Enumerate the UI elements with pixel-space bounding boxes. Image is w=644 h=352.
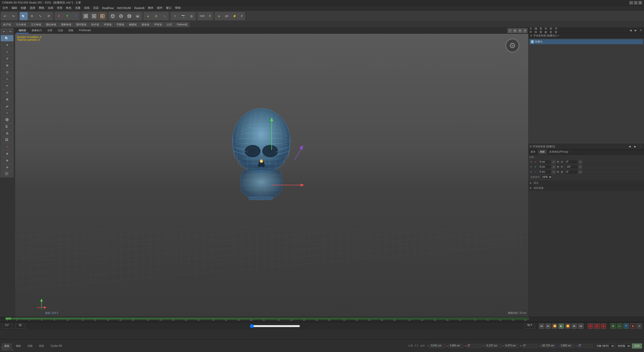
tool-poly-pen[interactable]: ✏ (1, 82, 14, 89)
move-tool-button[interactable]: ✛ (28, 12, 36, 20)
attr-next-btn[interactable]: ▶ (633, 144, 637, 149)
tool-x[interactable]: ✕ (1, 144, 14, 150)
menu-file[interactable]: 文件 (1, 6, 10, 10)
frame-number-btn[interactable]: 0 (207, 12, 213, 20)
minimize-button[interactable]: — (629, 1, 633, 5)
current-frame-input[interactable]: 0 F (2, 324, 12, 329)
sub-shade-domain[interactable]: 着色域 (139, 22, 151, 27)
rot-h-input[interactable]: 0° (467, 344, 482, 348)
menu-edit[interactable]: 编辑 (10, 6, 19, 10)
apply-button[interactable]: 应用 (632, 343, 642, 348)
tool-snap[interactable] (1, 116, 14, 123)
sub-collision-domain[interactable]: 碰撞域 (127, 22, 139, 27)
attr-py-btn[interactable]: ⊙ (552, 165, 556, 169)
tool-move[interactable] (1, 35, 14, 41)
maximize-button[interactable]: □ (634, 1, 637, 5)
render-settings-button[interactable] (82, 12, 90, 20)
sub-force-cube[interactable]: 力方体域 (14, 22, 28, 27)
attr-rp-input[interactable]: -10° (565, 165, 578, 169)
material-button[interactable]: ◎ (187, 12, 195, 20)
menu-window[interactable]: 窗口 (165, 6, 173, 10)
tool-redo-small[interactable]: ↪ (7, 28, 13, 35)
transport-step-fwd[interactable]: ⏩ (565, 323, 571, 329)
sub-torus-domain[interactable]: 圆环面域 (74, 22, 89, 27)
timeline-track-bar[interactable] (6, 318, 529, 320)
transport-step-back[interactable]: ⏪ (552, 323, 557, 329)
vp-tab-editor[interactable]: 编辑器 (16, 28, 29, 33)
close-button[interactable]: ✕ (638, 1, 642, 5)
ir-btn[interactable]: Ir (239, 12, 245, 20)
vp-ctrl-close[interactable]: ✕ (523, 28, 527, 33)
scale-tool-button[interactable]: ⤡ (36, 12, 44, 20)
undo-button[interactable]: ↩ (1, 12, 9, 20)
sub-particle-domain[interactable]: 粒子域 (1, 22, 13, 27)
sub-cube-domain[interactable]: 立方体域 (29, 22, 43, 27)
tool-grid[interactable]: ⊞ (1, 130, 14, 137)
size-x-input[interactable]: 4.585 cm (448, 344, 463, 348)
attr-more-btn[interactable]: ⋮ (638, 144, 643, 149)
attr-px-btn[interactable]: ⊙ (552, 160, 556, 164)
tool-array[interactable] (1, 137, 14, 143)
transport-next-key[interactable]: ⏮ (578, 323, 584, 329)
viewport-orientation-gizmo[interactable]: Y (506, 39, 521, 54)
menu-render[interactable]: 渲染 (92, 6, 100, 10)
rot-p-input[interactable]: 0° (522, 344, 537, 348)
vp-tab-prorender[interactable]: ProRender (76, 28, 94, 33)
transport-goto-end[interactable]: ⏭ (572, 323, 577, 329)
bottom-obj-select[interactable]: 对象 (绝对) 世界 (595, 344, 615, 348)
menu-deform[interactable]: 变形 (55, 6, 64, 10)
attr-rp-btn[interactable]: ⊙ (578, 165, 582, 169)
timeline-scrubber[interactable] (250, 324, 300, 328)
sub-formula[interactable]: 公式 (165, 22, 174, 27)
light-button[interactable]: ☀ (171, 12, 179, 20)
vp-ctrl-layout[interactable]: ⊞ (513, 28, 517, 33)
menu-insydium[interactable]: INSYDIUM (116, 6, 132, 10)
transport-goto-start[interactable]: ⏮ (539, 323, 544, 329)
vp-tab-panel[interactable]: 面板 (66, 28, 76, 33)
mat-tab-cycles[interactable]: Cycles 4D (48, 344, 64, 348)
cube-button[interactable] (109, 12, 117, 20)
tool-live-sel[interactable]: ⊡ (1, 69, 14, 75)
menu-help[interactable]: 帮助 (174, 6, 182, 10)
ffbox-button[interactable]: ⊞ (152, 12, 160, 20)
tool-undo-small[interactable]: ↩ (1, 28, 7, 35)
mat-tab-func[interactable]: 功能 (25, 343, 35, 348)
menu-mograph[interactable]: 克隆 (73, 6, 82, 10)
vp-tab-filter[interactable]: 过滤 (55, 28, 65, 33)
plane-button[interactable] (134, 12, 142, 20)
coord-x-input[interactable]: -0.041 cm (429, 344, 445, 348)
render-button[interactable] (98, 12, 106, 20)
deformer-button[interactable]: ◈ (144, 12, 152, 20)
z-axis-button[interactable]: Z (71, 12, 79, 20)
vp-ctrl-settings[interactable]: ⚙ (518, 28, 522, 33)
rp-bookmark-menu[interactable]: 书签 (555, 28, 559, 33)
attr-prev-btn[interactable]: ◀ (627, 144, 632, 149)
attr-coord-mode-select[interactable]: HPB XYZ (541, 175, 552, 179)
record-btn-red2[interactable]: ● (594, 323, 600, 329)
tool-magnet[interactable]: S (1, 123, 14, 130)
menu-create[interactable]: 创建 (19, 6, 28, 10)
attr-section-quaternion[interactable]: ▶ 四元 (529, 181, 644, 186)
lightning-btn[interactable]: ⚡ (230, 12, 238, 20)
qr-btn[interactable]: QR (223, 12, 230, 20)
x-axis-button[interactable]: X (55, 12, 63, 20)
rot-b-input[interactable]: 0° (578, 344, 593, 348)
sphere-button[interactable] (117, 12, 125, 20)
menu-animate[interactable]: 动画 (46, 6, 55, 10)
record-btn-red1[interactable]: ● (588, 323, 593, 329)
cylinder-button[interactable] (125, 12, 133, 20)
tool-select[interactable]: ⊞ (1, 62, 14, 69)
tool-edge[interactable]: ⊠ (1, 96, 14, 103)
timeline-extra-btn[interactable]: ⊡ (636, 323, 642, 329)
vp-ctrl-maximize[interactable]: ↗ (508, 28, 512, 33)
rp-expand-btn[interactable]: ▶ (633, 28, 638, 33)
tool-move-axis[interactable]: ✛ (1, 42, 14, 48)
mat-tab-preset[interactable]: 初设 (37, 343, 46, 348)
tool-extra4[interactable] (1, 171, 14, 177)
camera-button[interactable]: 📷 (179, 12, 187, 20)
size-z-input[interactable]: 3.982 cm (559, 344, 575, 348)
attr-section-morph[interactable]: ▶ 动结变换 (529, 186, 644, 191)
attr-px-input[interactable]: 0 cm (539, 160, 551, 164)
rp-file-menu[interactable]: 文件 (530, 28, 534, 33)
rotate-tool-button[interactable]: ↺ (45, 12, 53, 20)
